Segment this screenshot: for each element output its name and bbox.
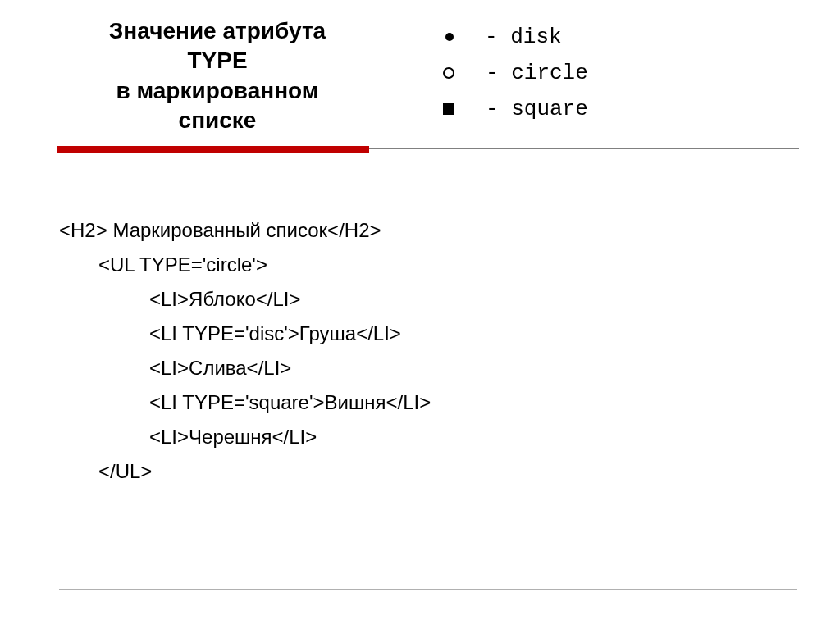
code-line: <LI>Слива</LI> xyxy=(59,351,840,385)
code-line: <LI TYPE='disc'>Груша</LI> xyxy=(59,317,840,351)
code-line: </UL> xyxy=(59,454,840,489)
code-line: <LI>Яблоко</LI> xyxy=(59,282,840,317)
title-line: списке xyxy=(41,106,394,135)
disc-bullet-icon xyxy=(445,33,454,41)
legend-row-square: - square xyxy=(443,97,799,121)
code-line: <LI TYPE='square'>Вишня</LI> xyxy=(59,385,840,420)
legend-label: - circle xyxy=(486,61,588,85)
title-line: TYPE xyxy=(41,46,394,75)
header-section: Значение атрибута TYPE в маркированном с… xyxy=(0,0,840,136)
divider-red-bar xyxy=(57,146,369,153)
code-example: <H2> Маркированный список</H2> <UL TYPE=… xyxy=(0,156,840,489)
title-divider xyxy=(0,146,840,156)
code-line: <UL TYPE='circle'> xyxy=(59,248,840,282)
slide-title: Значение атрибута TYPE в маркированном с… xyxy=(41,16,394,136)
legend-row-disk: - disk xyxy=(443,25,799,49)
legend-label: - square xyxy=(486,97,588,121)
legend-row-circle: - circle xyxy=(443,61,799,85)
title-line: в маркированном xyxy=(41,76,394,106)
code-line: <LI>Черешня</LI> xyxy=(59,420,840,454)
square-bullet-icon xyxy=(443,103,454,115)
circle-bullet-icon xyxy=(443,67,454,79)
legend-label: - disk xyxy=(485,25,562,49)
title-line: Значение атрибута xyxy=(41,16,394,46)
footer-line xyxy=(59,589,797,590)
code-line: <H2> Маркированный список</H2> xyxy=(59,213,840,248)
bullet-legend: - disk - circle - square xyxy=(394,16,799,136)
